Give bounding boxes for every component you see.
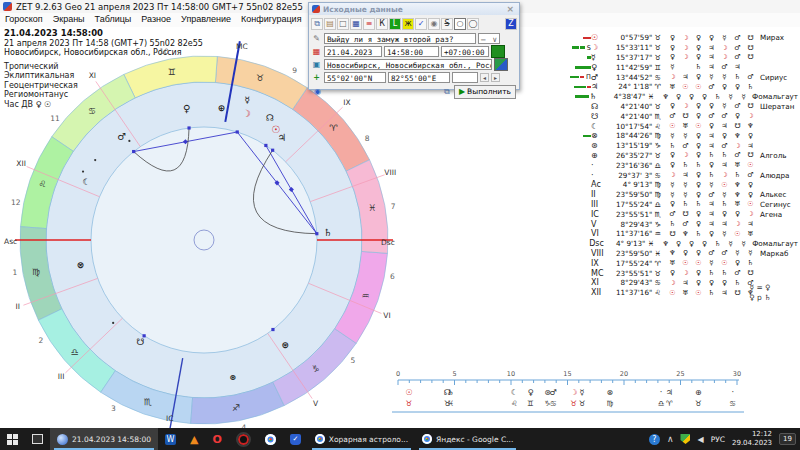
menu-item-таблицы[interactable]: Таблицы <box>90 13 137 25</box>
l-icon[interactable]: L <box>389 18 401 30</box>
degree-ruler: 051015202530☉♉☊♉♄♓☾♌♀♊⊛♑♂♋☽♉☿♉⊗♍·♎♃♈⊕♉·♋ <box>392 368 744 420</box>
eye-icon[interactable]: ◉ <box>428 18 440 30</box>
taskbar-shield-button[interactable]: ✓ <box>283 428 308 450</box>
point-position: 29°37' 3" ♋ <box>606 171 661 180</box>
zet-icon <box>57 434 68 445</box>
menu-item-гороскоп[interactable]: Гороскоп <box>0 13 48 25</box>
timezone-input[interactable]: +07:00:00 <box>441 46 489 57</box>
latitude-input[interactable]: 55°02'00"N <box>324 72 386 83</box>
menu-item-экраны[interactable]: Экраны <box>48 13 90 25</box>
point-position: 18°44'26" ♍ <box>606 131 661 140</box>
taskbar-vlc-button[interactable]: ▲ <box>183 428 205 450</box>
place-icon: ▣ <box>311 59 322 70</box>
new-icon[interactable]: □ <box>337 18 349 30</box>
table-row: ♄4°38'47" ♓♆♀♀♀♄☿☿Фомальгаут <box>570 92 798 102</box>
language-indicator[interactable]: РУС <box>711 435 725 444</box>
notification-badge[interactable]: 19 <box>779 433 796 445</box>
taskbar-chrome-yandex-button[interactable]: Яндекс - Google C... <box>415 428 520 450</box>
s-icon[interactable]: S <box>441 18 453 30</box>
house-cusp-label-VIII: VIII <box>384 168 396 177</box>
longitude-input[interactable]: 82°55'00"E <box>388 72 450 83</box>
globe-icon[interactable]: ◉ <box>312 86 323 97</box>
point-glyph: III <box>591 200 606 209</box>
start-button[interactable] <box>0 428 25 450</box>
zodiac-glyph-scorpio: ♏ <box>144 397 152 407</box>
clock[interactable]: 12:1229.04.2023 <box>732 430 772 448</box>
current-time-button[interactable] <box>491 45 505 58</box>
help-icon[interactable]: ? <box>649 434 660 445</box>
taskbar-zet-button[interactable]: 21.04.2023 14:58:00 <box>50 428 158 450</box>
atlas-button[interactable] <box>494 58 508 71</box>
check-icon[interactable]: ✓ <box>415 18 427 30</box>
execute-button[interactable]: ▶ Выполнить <box>454 85 516 99</box>
spinner-right[interactable]: ▸ <box>491 73 500 82</box>
menu-item-разное[interactable]: Разное <box>136 13 176 25</box>
save-icon[interactable]: ▦ <box>350 18 362 30</box>
point-glyph: ⊕ <box>591 151 606 160</box>
taskbar-recorder-button[interactable] <box>229 428 258 450</box>
taskbar: 21.04.2023 14:58:00W▲O✓Хорарная астроло.… <box>0 428 800 450</box>
radio-small-icon[interactable]: ○ <box>454 18 466 30</box>
rating-combo[interactable]: –∨ <box>478 33 500 44</box>
svg-text:20: 20 <box>620 370 628 378</box>
copy-icon[interactable]: ⧉ <box>311 18 323 30</box>
task-view-button[interactable] <box>25 428 50 450</box>
taskbar-chrome-button[interactable] <box>258 428 283 450</box>
table-row: П♂13°44'52" ♋☽♃♀☿☿♄♂Сириус <box>570 72 798 82</box>
point-glyph: ♃ <box>591 82 606 91</box>
paste-icon[interactable]: ▤ <box>324 18 336 30</box>
defender-shield-icon[interactable] <box>680 434 690 444</box>
house-cusp-label-V: V <box>313 399 319 408</box>
tray-expand-icon[interactable]: ∧ <box>667 434 674 444</box>
aspect-cells: ♂☋♀♂♂♀☽ <box>666 112 758 120</box>
aspect-cells: ☿☿♀♃♀♆♀ <box>666 132 758 140</box>
table-row: ·23°16'36" ♎♀♄♄♀♃♅☉ <box>570 160 798 170</box>
zodiac-glyph-libra: ♎ <box>71 347 79 357</box>
planet-saturn: ♄ <box>323 227 332 238</box>
coords-icon: + <box>311 72 322 83</box>
opera-icon: O <box>212 433 221 446</box>
svg-text:·: · <box>660 388 663 397</box>
point-glyph: · <box>591 161 606 170</box>
point-position: 11°42'59" ♊ <box>606 63 661 72</box>
taskbar-opera-button[interactable]: O <box>205 428 228 450</box>
zodiac-glyph-pisces: ♓ <box>368 203 376 213</box>
point-position: 8°29'43" ♑ <box>606 220 661 229</box>
question-input[interactable]: Выйду ли я замуж второй раз? <box>324 33 476 44</box>
positions-table: ☉0°57'59" ♉♀☽♀♀☿♂☋МирахS☽15°33'11" ♉♀☽♀♃… <box>570 33 798 298</box>
tables-icon[interactable]: ≡ <box>363 18 375 30</box>
chrome-icon <box>315 434 325 444</box>
point-position: 23°59'50" ♍ <box>606 190 661 199</box>
point-glyph: ☋ <box>591 112 606 121</box>
svg-text:♄: ♄ <box>447 388 454 397</box>
zodiac-glyph-capricorn: ♑ <box>312 364 320 374</box>
copy-data-icon[interactable]: ⧉ <box>444 87 450 97</box>
menu-item-конфигурация[interactable]: Конфигурация <box>236 13 306 25</box>
svg-text:♎: ♎ <box>658 399 665 408</box>
house-number-7: 7 <box>391 202 396 211</box>
taskbar-word-button[interactable]: W <box>158 428 183 450</box>
z-icon[interactable]: Z <box>505 18 517 30</box>
dialog-titlebar[interactable]: Исходные данные × <box>309 3 519 15</box>
date-input[interactable]: 21.04.2023 <box>324 46 382 57</box>
close-icon[interactable]: × <box>504 4 516 14</box>
spinner-left[interactable]: ◂ <box>480 73 489 82</box>
altitude-input[interactable] <box>452 72 478 83</box>
svg-text:♉: ♉ <box>695 399 702 408</box>
taskbar-chrome-horary-button[interactable]: Хорарная астроло... <box>308 428 415 450</box>
zh-icon[interactable]: ж <box>402 18 414 30</box>
place-input[interactable]: Новосибирск, Новосибирская обл., Россия <box>324 59 492 70</box>
svg-text:5: 5 <box>452 370 456 378</box>
time-input[interactable]: 14:58:00 <box>384 46 439 57</box>
planet-mercury: ☿ <box>244 95 250 105</box>
point-glyph: MC <box>591 269 606 278</box>
svg-text:15: 15 <box>563 370 571 378</box>
point-glyph: ⊗ <box>591 131 606 140</box>
k-icon[interactable]: К <box>376 18 388 30</box>
speaker-icon[interactable]: ◀ <box>697 435 703 444</box>
menu-item-управление[interactable]: Управление <box>176 13 236 25</box>
table-row: V8°29'43" ♑♄♂♀♃♃☽♃ <box>570 219 798 229</box>
point-glyph: ☾ <box>591 122 606 131</box>
house-number-11: 11 <box>50 114 60 123</box>
radio-large-icon[interactable]: ◯ <box>467 18 479 30</box>
